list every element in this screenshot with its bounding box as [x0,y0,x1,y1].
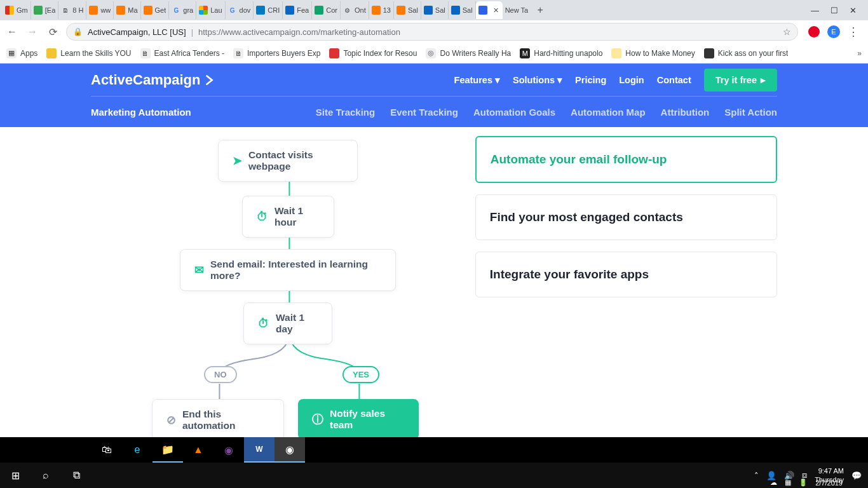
mail-icon: ✉ [194,263,204,277]
tab[interactable]: Sal [394,1,421,19]
bookmark-star-icon[interactable]: ☆ [783,27,791,37]
page-icon: 🗎 [61,6,70,15]
tab[interactable]: Cor [312,1,341,19]
hubspot-icon [372,6,381,15]
pinterest-icon[interactable] [808,26,820,37]
onedrive-icon[interactable]: ☁ [770,478,777,487]
gmail-icon [5,6,14,15]
menu-icon[interactable]: ⋮ [848,25,859,39]
card-engaged-contacts[interactable]: Find your most engaged contacts [475,194,777,240]
activecampaign-icon [478,6,487,15]
url-origin: ActiveCampaign, LLC [US] [88,27,186,37]
tab[interactable]: ⚙Ont [341,1,369,19]
new-tab-button[interactable]: + [531,4,546,16]
maximize-button[interactable]: ☐ [831,6,838,15]
nav-pricing[interactable]: Pricing [575,75,606,85]
taskbar-word-icon[interactable]: W [244,437,275,463]
favicon [424,6,433,15]
card-integrate-apps[interactable]: Integrate your favorite apps [475,252,777,297]
minimize-button[interactable]: — [811,6,819,15]
subnav-link[interactable]: Event Tracking [390,107,458,118]
favicon: M [520,48,530,58]
window-controls: — ☐ ✕ [802,6,865,15]
start-button[interactable]: ⊞ [0,463,31,488]
tab[interactable]: Ma [114,1,140,19]
tab[interactable]: Gdov [226,1,254,19]
tray-chevron-icon[interactable]: ˄ [754,471,759,480]
favicon [329,48,339,58]
tab[interactable]: Sal [449,1,476,19]
tab[interactable]: Fea [283,1,312,19]
profile-avatar[interactable]: E [827,25,840,38]
card-automate-followup[interactable]: Automate your email follow-up [475,136,777,183]
taskbar-chrome-icon[interactable]: ◉ [275,437,305,463]
nav-contact[interactable]: Contact [657,75,691,85]
bookmark[interactable]: Kick ass on your first [704,48,789,58]
timer-icon: ⏱ [257,210,268,224]
tray-date[interactable]: 2/7/2019 [815,479,843,487]
tab[interactable]: Lau [196,1,225,19]
flow-node-notify: ⓘ Notify sales team [298,399,419,440]
gear-icon: ⚙ [343,6,352,15]
bookmark[interactable]: How to Make Money [611,48,695,58]
subnav-link[interactable]: Automation Goals [473,107,555,118]
subnav-link[interactable]: Site Tracking [316,107,375,118]
nav-login[interactable]: Login [619,75,644,85]
bookmark[interactable]: Learn the Skills YOU [46,48,131,58]
automation-flow: ➤ Contact visits webpage ⏱ Wait 1 hour ✉… [91,132,475,437]
task-view-button[interactable]: ⧉ [61,463,92,488]
tab[interactable]: [Ea [31,1,59,19]
taskbar-explorer-icon[interactable]: 📁 [153,437,183,463]
tab[interactable]: 🗎8 H [58,1,86,19]
subnav-link[interactable]: Automation Map [571,107,646,118]
try-free-button[interactable]: Try it free▸ [704,69,777,92]
tab[interactable]: 13 [369,1,394,19]
tray-row2: ☁ ▦ 🔋 2/7/2019 [770,478,862,487]
bookmark-apps[interactable]: ▦Apps [6,48,37,58]
omnibox[interactable]: 🔒 ActiveCampaign, LLC [US] | https://www… [66,23,798,41]
bookmark[interactable]: 🗎Importers Buyers Exp [233,48,320,58]
taskbar-edge-icon[interactable]: e [122,437,153,463]
bookmark[interactable]: Topic Index for Resou [329,48,417,58]
close-icon[interactable]: ✕ [492,6,500,15]
taskbar-tor-icon[interactable]: ◉ [214,437,244,463]
bookmark[interactable]: 🗎East Africa Tenders - [140,48,225,58]
page-content: ActiveCampaign Features ▾ Solutions ▾ Pr… [0,64,868,463]
tab[interactable]: ww [86,1,114,19]
tab[interactable]: Sal [421,1,449,19]
tab[interactable]: CRI [254,1,283,19]
page-icon: 🗎 [233,48,243,58]
chevron-right-icon [204,74,215,86]
close-window-button[interactable]: ✕ [850,6,857,15]
favicon: ◎ [426,48,436,58]
primary-nav: ActiveCampaign Features ▾ Solutions ▾ Pr… [91,64,777,97]
taskbar-vlc-icon[interactable]: ▲ [183,437,214,463]
reload-button[interactable]: ⟳ [46,26,60,38]
tab-active[interactable]: ✕ [476,1,503,19]
google-icon: G [172,6,180,15]
subnav-link[interactable]: Attribution [661,107,710,118]
url-path: https://www.activecampaign.com/marketing… [198,27,400,37]
subnav-link[interactable]: Split Action [724,107,777,118]
battery-icon[interactable]: 🔋 [799,478,808,487]
hubspot-icon [144,6,153,15]
timer-icon: ⏱ [258,317,269,330]
tab[interactable]: Ggra [169,1,196,19]
page-icon: 🗎 [140,48,151,58]
nav-features[interactable]: Features ▾ [454,75,500,85]
nav-solutions[interactable]: Solutions ▾ [513,75,562,85]
favicon [611,48,621,58]
bookmarks-overflow-icon[interactable]: » [857,49,862,58]
search-button[interactable]: ⌕ [31,463,61,488]
taskbar-store-icon[interactable]: 🛍 [92,437,122,463]
brand-logo[interactable]: ActiveCampaign [91,72,215,88]
network-icon[interactable]: ▦ [785,478,791,487]
tab[interactable]: Get [141,1,170,19]
bookmark[interactable]: ◎Do Writers Really Ha [426,48,511,58]
tab-new[interactable]: New Ta [503,1,531,19]
bookmark[interactable]: MHard-hitting unapolo [520,48,602,58]
page-title: Marketing Automation [91,107,191,118]
forward-button[interactable]: → [25,26,39,37]
tab[interactable]: Gm [3,1,31,19]
back-button[interactable]: ← [5,26,19,37]
